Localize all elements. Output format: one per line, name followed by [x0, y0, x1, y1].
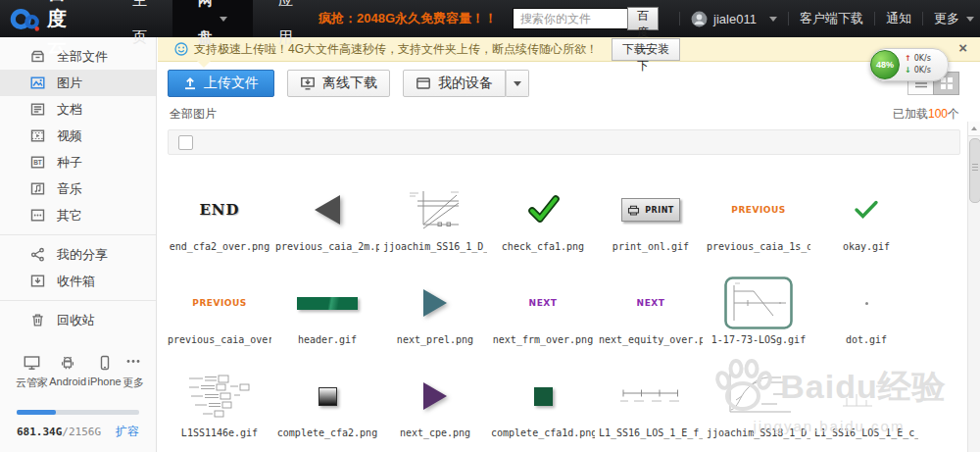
top-link-1[interactable]: 通知 — [886, 10, 911, 27]
android-icon — [59, 355, 76, 371]
nav-item-0[interactable]: 主页 — [107, 0, 172, 37]
file-thumbnail: PREVIOUS — [705, 178, 812, 241]
sidebar-item-document[interactable]: 文档 — [0, 96, 156, 123]
my-devices-icon — [416, 76, 431, 90]
text-next-thumbnail: NEXT — [529, 298, 558, 308]
file-item[interactable]: jjoachim_SS18_1_D_g… — [705, 351, 812, 444]
other-files-icon — [29, 208, 46, 223]
offline-download-button[interactable]: 离线下载 — [287, 70, 390, 97]
primary-nav: 主页网盘应用 — [107, 0, 318, 37]
scroll-up-button[interactable] — [968, 122, 980, 136]
file-item[interactable]: check_cfa1.png — [489, 165, 597, 258]
sidebar-item-video[interactable]: 视频 — [0, 123, 156, 149]
sidebar-item-image[interactable]: 图片 — [0, 70, 156, 96]
device-云管家[interactable]: 云管家 — [16, 355, 48, 390]
sidebar-item-trash[interactable]: 回收站 — [0, 307, 156, 333]
sidebar-item-bt-torrent[interactable]: BT种子 — [0, 149, 156, 176]
nav-item-1[interactable]: 网盘 — [172, 0, 253, 37]
device-iphone[interactable]: iPhone — [87, 355, 121, 390]
upload-rate: 0K/s — [914, 53, 931, 65]
text-end-thumbnail: END — [199, 201, 239, 219]
vertical-scrollbar[interactable] — [967, 122, 980, 452]
file-item[interactable]: L1_SS16_LOS_1_E_c_q… — [812, 351, 920, 444]
storage-total: /2156G — [62, 426, 101, 438]
file-thumbnail — [273, 272, 381, 334]
my-devices-button[interactable]: 我的设备 — [403, 70, 506, 97]
monitor-icon — [23, 355, 41, 371]
sidebar-item-inbox[interactable]: 收件箱 — [0, 268, 156, 294]
expand-storage-link[interactable]: 扩容 — [116, 424, 139, 440]
file-item[interactable]: complete_cfa1d.png — [489, 351, 597, 444]
top-link-label: 客户端下载 — [800, 10, 863, 27]
file-item[interactable]: header.gif — [273, 258, 381, 351]
file-thumbnail — [489, 365, 597, 427]
upload-file-button[interactable]: 上传文件 — [168, 70, 274, 97]
sidebar-item-other-files[interactable]: 其它 — [0, 202, 156, 228]
file-item[interactable]: L1SS1146e.gif — [166, 351, 273, 444]
nav-item-2[interactable]: 应用 — [253, 0, 318, 37]
file-thumbnail: END — [166, 178, 273, 241]
file-name: next_prel.png — [397, 334, 473, 351]
inbox-icon — [29, 274, 46, 288]
file-item[interactable]: PREVIOUS previous_caia_1s_ov… — [705, 165, 812, 258]
more-dots-icon — [124, 355, 142, 371]
user-cluster: jiale011 客户端下载通知更多 — [668, 10, 974, 27]
search-input[interactable] — [513, 8, 628, 29]
sidebar-item-label: 图片 — [57, 75, 82, 92]
text-previous-thumbnail: PREVIOUS — [731, 205, 785, 215]
file-name: complete_cfa1d.png — [491, 427, 595, 444]
file-name: 1-17-73-LOSg.gif — [711, 334, 806, 351]
sidebar-item-music[interactable]: 音乐 — [0, 176, 156, 202]
file-item[interactable]: PRINT print_onl.gif — [597, 165, 705, 258]
file-thumbnail — [166, 365, 273, 427]
baidu-cloud-logo[interactable]: 百度云 — [0, 0, 79, 59]
file-item[interactable]: L1_SS16_LOS_1_E_f_q… — [597, 351, 705, 444]
file-name: previous_caia_2m.png — [275, 241, 379, 258]
nav-item-label: 应用 — [278, 0, 293, 56]
device-android[interactable]: Android — [49, 355, 86, 390]
tri-right-purple-thumbnail — [423, 382, 447, 410]
file-item[interactable]: PREVIOUS previous_caia_over.… — [166, 258, 273, 351]
file-item[interactable]: jjoachim_SS16_1_D_j… — [381, 165, 489, 258]
file-name: check_cfa1.png — [502, 241, 584, 258]
user-menu[interactable]: jiale011 — [691, 11, 777, 27]
divider — [679, 12, 680, 25]
select-all-checkbox[interactable] — [178, 135, 193, 150]
my-devices-dropdown-toggle[interactable] — [506, 70, 529, 97]
sidebar-item-share[interactable]: 我的分享 — [0, 241, 156, 268]
close-icon[interactable]: × — [958, 39, 967, 57]
top-link-2[interactable]: 更多 — [934, 10, 974, 27]
file-thumbnail — [597, 365, 705, 427]
file-item[interactable]: next_cpe.png — [381, 351, 489, 444]
cloud-logo-icon — [10, 6, 41, 32]
trash-icon — [29, 313, 46, 327]
promo-banner-text[interactable]: 疯抢：2048G永久免费容量！！ — [318, 10, 497, 27]
nav-item-label: 网盘 — [198, 0, 213, 56]
offline-button-label: 离线下载 — [322, 75, 377, 92]
brand-name: 百度云 — [47, 0, 68, 59]
scrollbar-thumb[interactable] — [969, 138, 980, 203]
file-item[interactable]: NEXT next_equity_over.png — [597, 258, 705, 351]
file-item[interactable]: END end_cfa2_over.png — [166, 165, 273, 258]
top-link-0[interactable]: 客户端下载 — [800, 10, 863, 27]
dot-thumbnail — [865, 302, 868, 305]
file-name: next_frm_over.png — [493, 334, 593, 351]
square-gradient-thumbnail — [318, 387, 337, 406]
transfer-speed-widget[interactable]: 48% ↑0K/s ↓0K/s — [870, 48, 949, 81]
file-item[interactable]: okay.gif — [812, 165, 920, 258]
search-button[interactable]: 百度一下 — [627, 7, 659, 30]
file-item[interactable]: complete_cfa2.png — [273, 351, 381, 444]
file-thumbnail — [812, 178, 920, 241]
device-更多[interactable]: 更多 — [122, 355, 144, 390]
list-header: 全部图片 已加载100个 — [158, 103, 980, 126]
file-item[interactable]: dot.gif — [812, 258, 920, 351]
file-item[interactable]: next_prel.png — [381, 258, 489, 351]
file-item[interactable]: previous_caia_2m.png — [273, 165, 381, 258]
chart-curve-thumbnail — [722, 371, 795, 422]
page-title: 全部图片 — [170, 106, 217, 123]
file-item[interactable]: NEXT next_frm_over.png — [489, 258, 597, 351]
file-name: print_onl.gif — [612, 241, 689, 258]
file-item[interactable]: 1-17-73-LOSg.gif — [705, 258, 812, 351]
text-next-thumbnail: NEXT — [637, 298, 665, 308]
print-button-thumbnail: PRINT — [621, 198, 680, 222]
